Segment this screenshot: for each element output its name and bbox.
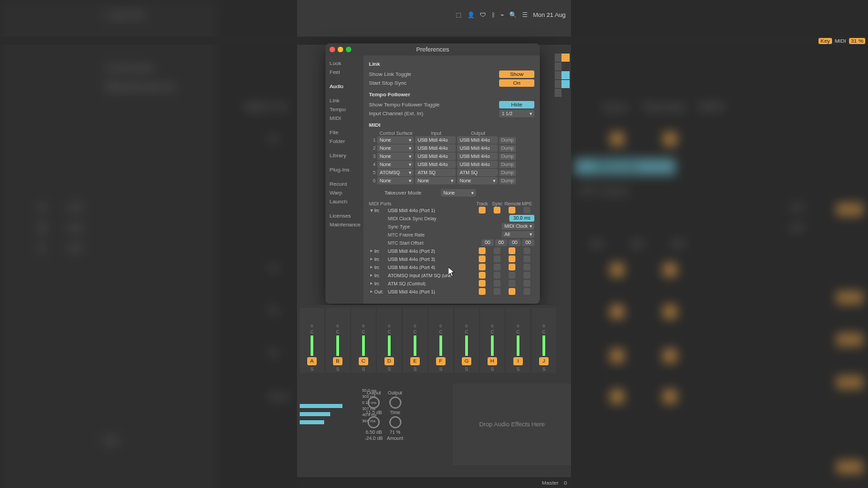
cs-output-select[interactable]: ATM SQ (unknow xyxy=(457,169,498,176)
gain-knob[interactable] xyxy=(368,396,380,409)
input-ch-select[interactable]: 1 1/2 xyxy=(499,110,534,117)
checkbox[interactable] xyxy=(524,247,530,254)
dump-button[interactable]: Dump xyxy=(499,137,516,144)
sidebar-item-look[interactable]: Look xyxy=(328,60,361,67)
takeover-select[interactable]: None xyxy=(441,189,476,197)
sidebar-item-folder[interactable]: Folder xyxy=(328,138,361,145)
sidebar-item-link[interactable]: Link xyxy=(328,97,361,104)
mixer-channel[interactable]: 0CJS xyxy=(532,308,556,373)
show-tempo-toggle[interactable]: Hide xyxy=(499,101,534,108)
checkbox[interactable] xyxy=(509,288,515,295)
checkbox[interactable] xyxy=(494,264,500,270)
drop-effects-zone[interactable]: Drop Audio Effects Here xyxy=(453,384,571,465)
checkbox[interactable] xyxy=(524,207,530,214)
mixer-channel[interactable]: 0CIS xyxy=(506,308,530,373)
show-link-toggle[interactable]: Show xyxy=(499,70,534,78)
cs-surface-select[interactable]: None xyxy=(377,161,414,168)
mtc-offset[interactable]: 00000000 xyxy=(481,239,534,246)
cs-output-select[interactable]: USB Midi 4i4o (Po xyxy=(457,152,498,160)
checkbox[interactable] xyxy=(479,264,486,270)
cs-input-select[interactable]: ATM SQ (unknow xyxy=(415,169,456,176)
checkbox[interactable] xyxy=(479,272,486,279)
cs-output-select[interactable]: None xyxy=(457,177,498,184)
checkbox[interactable] xyxy=(524,280,530,287)
midi-port-row[interactable]: ▸In:USB Midi 4i4o (Port 3) xyxy=(369,255,534,263)
checkbox[interactable] xyxy=(509,280,515,287)
checkbox[interactable] xyxy=(494,280,500,287)
gain2-knob[interactable] xyxy=(368,416,380,428)
checkbox[interactable] xyxy=(494,207,500,214)
midi-port-row[interactable]: ▸In:USB Midi 4i4o (Port 2) xyxy=(369,247,534,255)
dump-button[interactable]: Dump xyxy=(499,178,516,184)
cs-input-select[interactable]: USB Midi 4i4o (Po xyxy=(415,136,456,144)
sidebar-item-warp[interactable]: Warp xyxy=(328,189,361,197)
mixer-channel[interactable]: 0CBS xyxy=(326,308,350,373)
mixer-channel[interactable]: 0CGS xyxy=(454,308,479,373)
checkbox[interactable] xyxy=(524,256,530,262)
sidebar-item-licenses[interactable]: Licenses xyxy=(328,212,361,220)
checkbox[interactable] xyxy=(524,272,530,279)
delay-device[interactable]: 50.0 ms300 ms0.10 ms307 ms40.4 ms364 ms … xyxy=(297,384,453,465)
sidebar-item-record[interactable]: Record xyxy=(328,180,361,188)
dump-button[interactable]: Dump xyxy=(499,161,516,168)
checkbox[interactable] xyxy=(509,207,515,214)
sidebar-item-file[interactable]: File xyxy=(328,129,361,136)
checkbox[interactable] xyxy=(479,280,486,287)
checkbox[interactable] xyxy=(479,207,486,214)
cs-output-select[interactable]: USB Midi 4i4o (Po xyxy=(457,161,498,168)
sidebar-item-feel[interactable]: Feel xyxy=(328,68,361,76)
cs-input-select[interactable]: USB Midi 4i4o (Po xyxy=(415,161,456,168)
cs-output-select[interactable]: USB Midi 4i4o (Po xyxy=(457,136,498,144)
output-label: Output xyxy=(388,390,402,395)
cs-surface-select[interactable]: None xyxy=(377,152,414,160)
checkbox[interactable] xyxy=(509,264,515,270)
mixer-channel[interactable]: 0CDS xyxy=(377,308,401,373)
checkbox[interactable] xyxy=(479,256,486,262)
port-setting-select[interactable]: All xyxy=(502,231,534,238)
time-knob[interactable] xyxy=(389,396,401,409)
cs-surface-select[interactable]: None xyxy=(377,144,414,152)
cs-surface-select[interactable]: None xyxy=(377,136,414,144)
checkbox[interactable] xyxy=(494,288,500,295)
checkbox[interactable] xyxy=(509,272,515,279)
mixer-channel[interactable]: 0CHS xyxy=(480,308,505,373)
cs-surface-select[interactable]: ATOMSQ xyxy=(377,169,414,176)
key-indicator[interactable]: Key xyxy=(818,38,832,44)
checkbox[interactable] xyxy=(479,247,486,254)
mixer-channel[interactable]: 0CCS xyxy=(351,308,376,373)
sidebar-item-launch[interactable]: Launch xyxy=(328,198,361,205)
checkbox[interactable] xyxy=(509,247,515,254)
cs-input-select[interactable]: USB Midi 4i4o (Po xyxy=(415,152,456,160)
midi-port-row[interactable]: ▸In:ATM SQ (Control) xyxy=(369,279,534,287)
sidebar-item-library[interactable]: Library xyxy=(328,152,361,159)
port-setting-select[interactable]: MIDI Clock xyxy=(502,223,534,230)
amount-knob[interactable] xyxy=(389,416,401,428)
checkbox[interactable] xyxy=(524,288,530,295)
mixer-channel[interactable]: 0CES xyxy=(403,308,427,373)
start-stop-toggle[interactable]: On xyxy=(499,79,534,87)
cs-input-select[interactable]: USB Midi 4i4o (Po xyxy=(415,144,456,152)
midi-port-row[interactable]: ▼In:USB Midi 4i4o (Port 1) xyxy=(369,206,534,214)
checkbox[interactable] xyxy=(524,264,530,270)
checkbox[interactable] xyxy=(494,256,500,262)
mixer-channel[interactable]: 0CAS xyxy=(300,308,324,373)
sidebar-item-midi[interactable]: MIDI xyxy=(328,115,361,122)
sidebar-item-plug-ins[interactable]: Plug-Ins xyxy=(328,166,361,174)
checkbox[interactable] xyxy=(509,256,515,262)
midi-port-row[interactable]: ▸Out:USB Midi 4i4o (Port 1) xyxy=(369,287,534,296)
checkbox[interactable] xyxy=(494,247,500,254)
checkbox[interactable] xyxy=(494,272,500,279)
cs-input-select[interactable]: None xyxy=(415,177,456,184)
dump-button[interactable]: Dump xyxy=(499,153,516,160)
sidebar-item-tempo[interactable]: Tempo xyxy=(328,106,361,113)
sidebar-item-audio[interactable]: Audio xyxy=(328,83,361,90)
dump-button[interactable]: Dump xyxy=(499,169,516,176)
sidebar-item-maintenance[interactable]: Maintenance xyxy=(328,221,361,228)
mixer-channel[interactable]: 0CFS xyxy=(429,308,453,373)
sync-delay-value[interactable]: 30.0 ms xyxy=(509,215,534,222)
bluetooth-icon: ᛒ xyxy=(492,12,495,18)
checkbox[interactable] xyxy=(479,288,486,295)
cs-surface-select[interactable]: None xyxy=(377,177,414,184)
dump-button[interactable]: Dump xyxy=(499,145,516,152)
cs-output-select[interactable]: USB Midi 4i4o (Po xyxy=(457,144,498,152)
